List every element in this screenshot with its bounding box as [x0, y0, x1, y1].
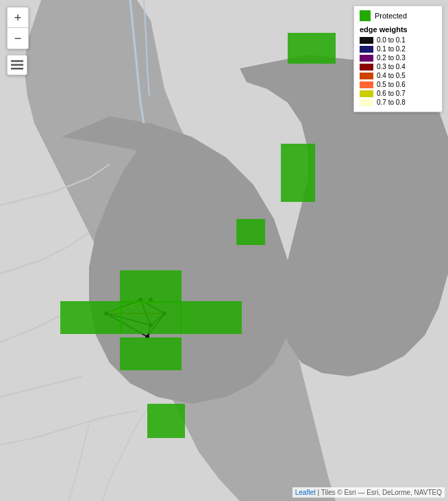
attribution: Leaflet | Tiles © Esri — Esri, DeLorme, … — [293, 487, 445, 498]
legend-range-label: 0.2 to 0.3 — [377, 54, 406, 62]
legend-row: 0.2 to 0.3 — [360, 54, 436, 62]
legend-range-label: 0.4 to 0.5 — [377, 72, 406, 79]
protected-area-4-bottom — [120, 337, 182, 370]
legend-row: 0.3 to 0.4 — [360, 63, 436, 70]
legend-color-swatch — [360, 90, 373, 97]
legend-protected-label: Protected — [375, 12, 407, 20]
legend-range-label: 0.6 to 0.7 — [377, 90, 406, 97]
protected-area-3 — [236, 219, 265, 245]
legend-range-label: 0.7 to 0.8 — [377, 99, 406, 106]
protected-area-4-center — [120, 301, 182, 334]
legend-row: 0.1 to 0.2 — [360, 45, 436, 53]
protected-area-5 — [147, 404, 185, 438]
protected-area-4-right — [180, 301, 242, 334]
legend-items: 0.0 to 0.10.1 to 0.20.2 to 0.30.3 to 0.4… — [360, 36, 436, 106]
svg-rect-19 — [11, 68, 23, 70]
legend-row: 0.5 to 0.6 — [360, 81, 436, 88]
protected-area-4-left — [60, 301, 122, 334]
zoom-controls: + − — [7, 7, 29, 49]
legend-edge-weights-title: edge weights — [360, 25, 436, 34]
zoom-out-button[interactable]: − — [8, 28, 28, 49]
layers-button[interactable] — [7, 55, 27, 75]
legend-row: 0.4 to 0.5 — [360, 72, 436, 79]
legend-color-swatch — [360, 55, 373, 62]
protected-area-2 — [281, 144, 315, 202]
legend-range-label: 0.3 to 0.4 — [377, 63, 406, 70]
legend-color-swatch — [360, 64, 373, 70]
legend-color-swatch — [360, 81, 373, 88]
protected-area-1 — [288, 33, 336, 64]
protected-area-4-top — [120, 270, 182, 303]
svg-rect-18 — [11, 64, 23, 66]
zoom-in-button[interactable]: + — [8, 8, 28, 28]
leaflet-link[interactable]: Leaflet — [295, 489, 316, 496]
legend-color-swatch — [360, 73, 373, 79]
legend-row: 0.0 to 0.1 — [360, 36, 436, 44]
legend: Protected edge weights 0.0 to 0.10.1 to … — [353, 5, 443, 112]
legend-range-label: 0.1 to 0.2 — [377, 45, 406, 53]
legend-range-label: 0.0 to 0.1 — [377, 36, 406, 44]
map-container[interactable]: + − Protected edge weights 0.0 to 0.10.1… — [0, 0, 448, 501]
legend-green-swatch — [360, 10, 371, 21]
attribution-text: | Tiles © Esri — Esri, DeLorme, NAVTEQ — [318, 489, 442, 496]
legend-color-swatch — [360, 46, 373, 53]
legend-row: 0.7 to 0.8 — [360, 99, 436, 106]
legend-range-label: 0.5 to 0.6 — [377, 81, 406, 88]
legend-color-swatch — [360, 99, 373, 106]
svg-rect-17 — [11, 60, 23, 62]
legend-protected-row: Protected — [360, 10, 436, 21]
legend-row: 0.6 to 0.7 — [360, 90, 436, 97]
layers-icon — [11, 60, 23, 70]
legend-color-swatch — [360, 37, 373, 44]
